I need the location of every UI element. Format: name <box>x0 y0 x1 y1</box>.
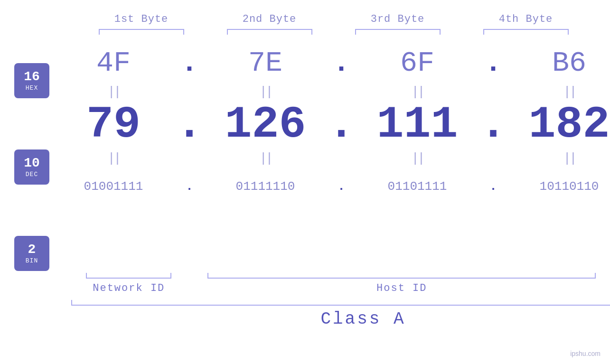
bracket-3 <box>334 29 462 35</box>
dot-dec-row-1: . <box>176 101 203 149</box>
dec-value-3: 111 <box>376 99 458 150</box>
byte-col-3: 6F || 111 || 01101111 <box>353 44 481 205</box>
equals-sign-3b: || <box>411 151 423 166</box>
bin-row-4: 10110110 <box>540 168 599 205</box>
equals-row-dec-4: || <box>563 149 575 168</box>
dot-col-1: . . . <box>178 44 201 205</box>
dec-badge: 10 DEC <box>14 149 49 185</box>
dec-badge-label: DEC <box>26 171 38 178</box>
dot-hex-2: . <box>333 47 350 79</box>
dot-dec-row-3: . <box>480 101 507 149</box>
id-labels-row: Network ID Host ID <box>71 282 596 294</box>
dec-value-2: 126 <box>225 99 306 150</box>
host-bracket-line <box>207 273 596 279</box>
hex-row-4: B6 <box>552 44 586 82</box>
hex-value-1: 4F <box>96 47 131 79</box>
hex-row-1: 4F <box>96 44 131 82</box>
dec-value-1: 79 <box>86 99 141 150</box>
dot-col-2: . . . <box>329 44 353 205</box>
dot-bin-row-1: . <box>186 168 193 205</box>
dot-hex-3: . <box>485 47 502 79</box>
dec-badge-number: 10 <box>24 156 40 171</box>
class-bracket-line <box>71 300 610 306</box>
main-container: 1st Byte 2nd Byte 3rd Byte 4th Byte 16 H… <box>0 0 610 364</box>
equals-row-dec-1: || <box>107 149 120 168</box>
dec-row-2: 126 <box>225 101 306 149</box>
bracket-4 <box>462 29 590 35</box>
bracket-2 <box>206 29 334 35</box>
byte-col-2: 7E || 126 || 01111110 <box>201 44 329 205</box>
dot-hex-row-1: . <box>181 44 198 82</box>
equals-sign-2a: || <box>259 84 272 99</box>
equals-row-hex-3: || <box>411 82 423 101</box>
hex-badge-number: 16 <box>24 70 40 84</box>
bin-value-3: 01101111 <box>388 179 447 194</box>
content-area: 16 HEX 10 DEC 2 BIN 4F || <box>14 44 596 271</box>
bin-row-3: 01101111 <box>388 168 447 205</box>
class-section: Class A <box>71 300 610 329</box>
top-brackets-row <box>43 29 610 35</box>
equals-sign-2b: || <box>259 151 272 166</box>
equals-sign-1b: || <box>107 151 120 166</box>
bin-badge: 2 BIN <box>14 236 49 271</box>
byte-label-3: 3rd Byte <box>334 13 462 25</box>
dot-bin-3: . <box>489 179 497 194</box>
equals-sign-4a: || <box>563 84 575 99</box>
bracket-1 <box>77 29 206 35</box>
equals-sign-3a: || <box>411 84 423 99</box>
dot-dec-1: . <box>176 99 203 150</box>
dot-dec-3: . <box>480 99 507 150</box>
equals-sign-1a: || <box>107 84 120 99</box>
byte-labels-row: 1st Byte 2nd Byte 3rd Byte 4th Byte <box>43 0 610 25</box>
equals-row-dec-2: || <box>259 149 272 168</box>
bin-value-2: 01111110 <box>236 179 295 194</box>
host-id-label: Host ID <box>207 282 596 294</box>
dot-hex-row-3: . <box>485 44 502 82</box>
bin-value-1: 01001111 <box>84 179 143 194</box>
hex-value-3: 6F <box>400 47 434 79</box>
dot-bin-row-3: . <box>489 168 497 205</box>
class-label: Class A <box>71 309 610 329</box>
byte-label-4: 4th Byte <box>462 13 590 25</box>
dot-bin-row-2: . <box>338 168 345 205</box>
hex-value-4: B6 <box>552 47 586 79</box>
byte-label-1: 1st Byte <box>77 13 206 25</box>
network-bracket <box>71 273 187 279</box>
byte-label-2: 2nd Byte <box>206 13 334 25</box>
network-id-label: Network ID <box>71 282 187 294</box>
bracket-line-3 <box>355 29 441 35</box>
bin-row-1: 01001111 <box>84 168 143 205</box>
equals-row-dec-3: || <box>411 149 423 168</box>
bin-row-2: 01111110 <box>236 168 295 205</box>
host-bracket <box>207 273 596 279</box>
dot-bin-2: . <box>338 179 345 194</box>
hex-row-3: 6F <box>400 44 434 82</box>
bin-value-4: 10110110 <box>540 179 599 194</box>
bin-badge-number: 2 <box>28 243 36 257</box>
byte-col-4: B6 || 182 || 10110110 <box>505 44 610 205</box>
dot-dec-row-2: . <box>328 101 355 149</box>
dec-row-3: 111 <box>376 101 458 149</box>
bottom-brackets-row <box>71 273 596 279</box>
equals-sign-4b: || <box>563 151 575 166</box>
dec-row-1: 79 <box>86 101 141 149</box>
bracket-line-4 <box>483 29 569 35</box>
bracket-line-1 <box>99 29 184 35</box>
network-bracket-line <box>86 273 171 279</box>
dec-row-4: 182 <box>528 101 610 149</box>
watermark: ipshu.com <box>570 350 601 357</box>
dot-hex-1: . <box>181 47 198 79</box>
bin-badge-label: BIN <box>26 257 38 264</box>
byte-col-1: 4F || 79 || 01001111 <box>49 44 178 205</box>
ip-columns: 4F || 79 || 01001111 . <box>49 44 610 205</box>
hex-row-2: 7E <box>248 44 282 82</box>
equals-row-hex-4: || <box>563 82 575 101</box>
dot-gap-2 <box>187 282 208 294</box>
hex-badge: 16 HEX <box>14 63 49 98</box>
bracket-line-2 <box>227 29 312 35</box>
dec-value-4: 182 <box>528 99 610 150</box>
dot-dec-2: . <box>328 99 355 150</box>
dot-hex-row-2: . <box>333 44 350 82</box>
equals-row-hex-2: || <box>259 82 272 101</box>
hex-badge-label: HEX <box>26 84 38 92</box>
